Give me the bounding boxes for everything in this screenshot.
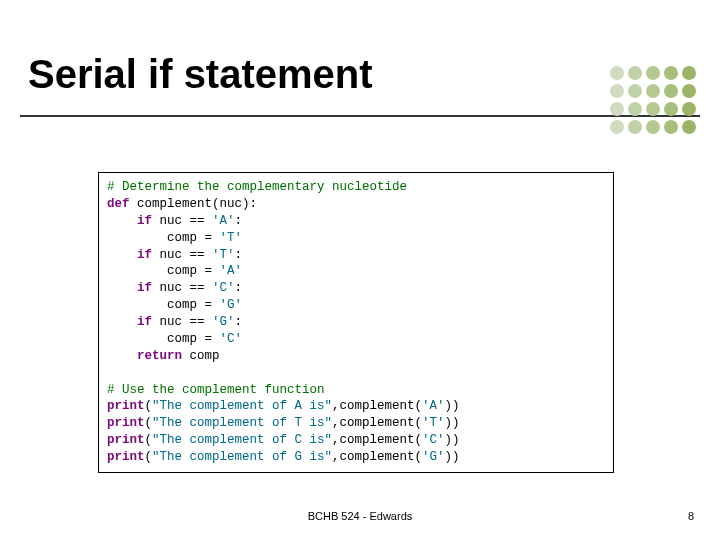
code-text: : — [235, 248, 243, 262]
code-string: "The complement of A is" — [152, 399, 332, 413]
code-block: # Determine the complementary nucleotide… — [98, 172, 614, 473]
code-comment: # Use the complement function — [107, 383, 325, 397]
dot-icon — [628, 66, 642, 80]
dot-icon — [682, 102, 696, 116]
dot-icon — [646, 66, 660, 80]
code-text: ( — [145, 399, 153, 413]
dot-icon — [646, 102, 660, 116]
code-text: ( — [145, 416, 153, 430]
code-string: 'T' — [220, 231, 243, 245]
dot-icon — [682, 66, 696, 80]
code-text: ( — [145, 450, 153, 464]
dot-icon — [682, 120, 696, 134]
code-comment: # Determine the complementary nucleotide — [107, 180, 407, 194]
dot-icon — [664, 84, 678, 98]
code-text: : — [235, 214, 243, 228]
code-keyword: if — [107, 315, 152, 329]
code-text: )) — [445, 450, 460, 464]
dot-icon — [682, 84, 696, 98]
dot-icon — [610, 102, 624, 116]
code-string: "The complement of G is" — [152, 450, 332, 464]
code-keyword: print — [107, 450, 145, 464]
code-text: nuc == — [152, 315, 212, 329]
code-keyword: def — [107, 197, 130, 211]
slide-title: Serial if statement — [20, 52, 700, 97]
code-string: 'A' — [422, 399, 445, 413]
code-text: ,complement( — [332, 433, 422, 447]
code-text: comp = — [107, 231, 220, 245]
code-string: 'A' — [220, 264, 243, 278]
dot-icon — [664, 66, 678, 80]
dot-icon — [610, 66, 624, 80]
dot-icon — [664, 102, 678, 116]
slide: Serial if statement # Determine the comp… — [0, 0, 720, 540]
code-keyword: if — [107, 248, 152, 262]
dot-icon — [664, 120, 678, 134]
code-text: : — [235, 281, 243, 295]
code-string: 'G' — [422, 450, 445, 464]
dot-icon — [628, 84, 642, 98]
dot-icon — [646, 84, 660, 98]
code-keyword: if — [107, 281, 152, 295]
code-text: ( — [145, 433, 153, 447]
dot-icon — [610, 120, 624, 134]
code-text: ,complement( — [332, 416, 422, 430]
code-text: comp = — [107, 298, 220, 312]
code-text: )) — [445, 433, 460, 447]
decorative-dots — [610, 66, 696, 134]
code-keyword: print — [107, 399, 145, 413]
code-string: 'G' — [220, 298, 243, 312]
code-text: )) — [445, 416, 460, 430]
code-keyword: return — [107, 349, 182, 363]
code-text: )) — [445, 399, 460, 413]
title-area: Serial if statement — [20, 52, 700, 117]
code-text: nuc == — [152, 248, 212, 262]
code-string: 'C' — [422, 433, 445, 447]
code-text: comp = — [107, 332, 220, 346]
code-keyword: print — [107, 416, 145, 430]
dot-icon — [610, 84, 624, 98]
code-text: : — [235, 315, 243, 329]
code-text: nuc == — [152, 214, 212, 228]
code-text: ,complement( — [332, 399, 422, 413]
code-text: ,complement( — [332, 450, 422, 464]
code-text: nuc == — [152, 281, 212, 295]
code-text: complement(nuc): — [130, 197, 258, 211]
code-string: 'G' — [212, 315, 235, 329]
code-text: comp — [182, 349, 220, 363]
dot-icon — [628, 102, 642, 116]
code-string: 'T' — [212, 248, 235, 262]
code-string: 'C' — [220, 332, 243, 346]
code-string: 'T' — [422, 416, 445, 430]
code-string: 'A' — [212, 214, 235, 228]
code-keyword: print — [107, 433, 145, 447]
page-number: 8 — [688, 510, 694, 522]
code-keyword: if — [107, 214, 152, 228]
code-text: comp = — [107, 264, 220, 278]
dot-icon — [628, 120, 642, 134]
footer-text: BCHB 524 - Edwards — [0, 510, 720, 522]
code-string: "The complement of C is" — [152, 433, 332, 447]
code-string: "The complement of T is" — [152, 416, 332, 430]
dot-icon — [646, 120, 660, 134]
code-string: 'C' — [212, 281, 235, 295]
